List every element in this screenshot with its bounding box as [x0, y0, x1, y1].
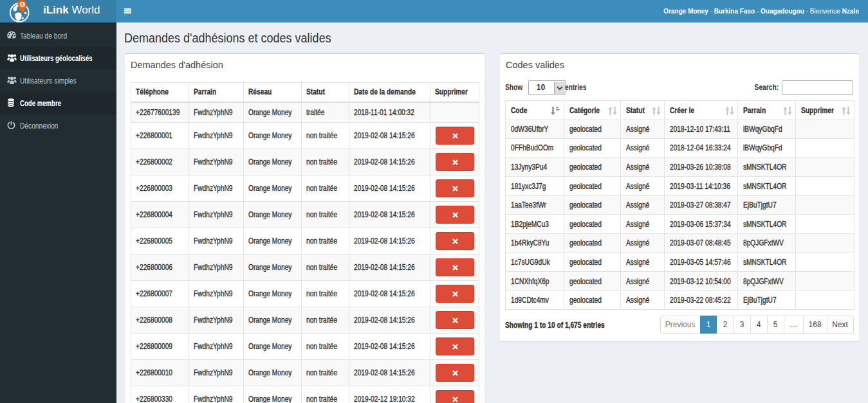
svg-text:$: $	[21, 3, 24, 8]
